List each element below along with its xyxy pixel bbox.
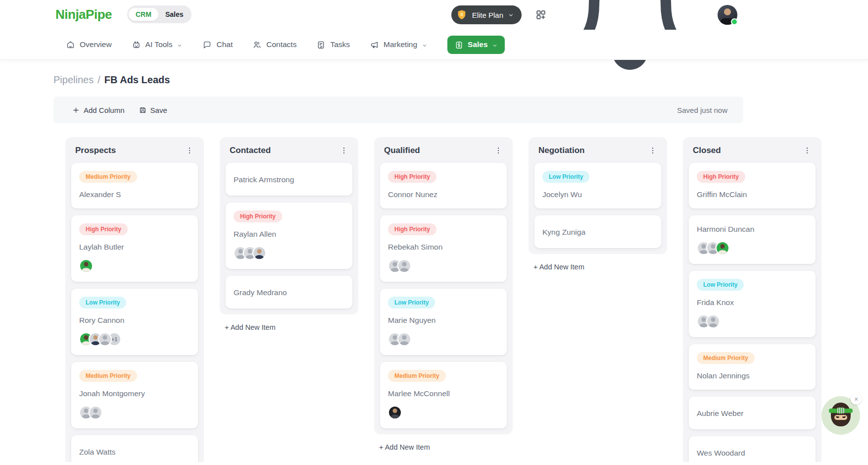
lead-name: Frida Knox [697,298,808,308]
lead-card[interactable]: Low PriorityMarie Nguyen [380,289,507,355]
lead-card[interactable]: Aubrie Weber [689,397,816,429]
header-actions: Elite Plan 491 [451,0,737,30]
add-new-item-button[interactable]: + Add New Item [533,263,667,271]
lead-card[interactable]: Harmoni Duncan [689,215,816,264]
column-title: Closed [693,146,721,155]
column-header: Closed [689,137,816,163]
lead-card[interactable]: Medium PriorityMarlee McConnell [380,362,507,428]
add-new-item-button[interactable]: + Add New Item [379,443,513,451]
pipeline-column: NegotiationLow PriorityJocelyn WuKyng Zu… [529,137,667,271]
add-column-button[interactable]: Add Column [72,106,125,114]
avatar [397,259,411,273]
avatar [252,246,266,260]
column-menu-button[interactable] [339,146,348,155]
nav-item-label: AI Tools [145,40,173,49]
app-window: NinjaPipe CRM Sales Elite Plan 491 Overv… [0,0,868,465]
column-menu-button[interactable] [494,146,503,155]
priority-badge: Medium Priority [697,352,755,364]
column-title: Qualified [384,146,420,155]
nav-item-chat[interactable]: Chat [202,40,233,50]
column-menu-button[interactable] [803,146,812,155]
apps-grid-plus-icon[interactable] [535,9,547,21]
ninja-mascot-icon [831,403,851,426]
online-status-dot [731,18,738,25]
priority-badge: High Priority [388,223,436,235]
add-column-label: Add Column [84,106,125,114]
column-header: Qualified [380,137,507,163]
priority-badge: High Priority [79,223,128,235]
avatar-group: +1 [79,332,190,346]
tasks-icon [316,40,326,50]
nav-item-sales[interactable]: Sales [447,36,505,54]
pipeline-column-box: NegotiationLow PriorityJocelyn WuKyng Zu… [529,137,667,254]
lead-card[interactable]: High PriorityRebekah Simon [380,215,507,282]
column-menu-button[interactable] [185,146,194,155]
lead-card[interactable]: Wes Woodard [689,436,816,462]
lead-name: Grady Medrano [234,288,344,298]
pipeline-column-box: ContactedPatrick ArmstrongHigh PriorityR… [220,137,358,314]
kanban-board: ProspectsMedium PriorityAlexander SHigh … [65,137,868,462]
lead-card[interactable]: Patrick Armstrong [226,163,352,196]
lead-card[interactable]: High PriorityConnor Nunez [380,163,507,208]
user-avatar[interactable] [718,5,737,25]
lead-card[interactable]: Low PriorityJocelyn Wu [534,163,661,208]
lead-name: Rebekah Simon [388,242,499,252]
lead-card[interactable]: High PriorityLaylah Butler [71,215,198,282]
nav-item-contacts[interactable]: Contacts [252,40,296,50]
lead-card[interactable]: Medium PriorityNolan Jennings [689,344,816,390]
priority-badge: High Priority [697,171,745,183]
lead-name: Kyng Zuniga [542,227,653,237]
nav-item-marketing[interactable]: Marketing [370,40,428,50]
lead-name: Nolan Jennings [697,371,808,381]
lead-name: Raylan Allen [234,229,344,239]
chat-widget: ✕ [821,396,860,435]
breadcrumb-pipelines[interactable]: Pipelines [53,74,94,86]
toggle-sales[interactable]: Sales [158,8,191,21]
lead-card[interactable]: High PriorityGriffin McClain [689,163,816,208]
add-new-item-button[interactable]: + Add New Item [225,323,358,331]
priority-badge: Low Priority [388,297,435,309]
chat-close-button[interactable]: ✕ [851,394,862,405]
lead-card[interactable]: Grady Medrano [226,276,352,309]
board-toolbar: Add Column Save Saved just now [53,97,743,123]
avatar [89,406,102,419]
plan-button[interactable]: Elite Plan [451,5,522,24]
lead-card[interactable]: Low PriorityFrida Knox [689,271,816,337]
lead-name: Harmoni Duncan [697,224,808,234]
nav-item-overview[interactable]: Overview [66,40,112,50]
lead-card[interactable]: High PriorityRaylan Allen [226,203,352,269]
toggle-crm[interactable]: CRM [129,8,158,21]
priority-badge: High Priority [234,210,282,222]
lead-card[interactable]: Zola Watts [71,435,198,462]
lead-card[interactable]: Kyng Zuniga [534,215,661,248]
main-nav: OverviewAI ToolsChatContactsTasksMarketi… [0,30,868,59]
nav-item-label: Overview [80,40,112,49]
priority-badge: Low Priority [79,297,126,309]
card-list: Low PriorityJocelyn WuKyng Zuniga [534,163,661,248]
nav-item-tasks[interactable]: Tasks [316,40,350,50]
avatar-group [388,406,499,419]
column-menu-button[interactable] [648,146,657,155]
priority-badge: Medium Priority [388,370,446,382]
column-title: Prospects [75,146,116,155]
avatar-group [79,259,190,273]
nav-item-label: Marketing [384,40,417,49]
priority-badge: High Priority [388,171,436,183]
breadcrumb-separator: / [97,74,100,86]
lead-card[interactable]: Medium PriorityJonah Montgomery [71,362,198,428]
app-logo: NinjaPipe [55,7,112,22]
lead-name: Rory Cannon [79,315,190,325]
top-header: NinjaPipe CRM Sales Elite Plan 491 [0,0,868,30]
sales-clipboard-icon [454,40,464,50]
lead-card[interactable]: Medium PriorityAlexander S [71,163,198,208]
robot-icon [132,40,141,50]
shield-flame-icon [456,9,468,21]
lead-name: Jonah Montgomery [79,389,190,399]
nav-item-ai-tools[interactable]: AI Tools [132,40,183,50]
lead-name: Wes Woodard [697,448,808,458]
lead-card[interactable]: Low PriorityRory Cannon+1 [71,289,198,355]
megaphone-icon [370,40,379,50]
save-button[interactable]: Save [139,106,167,114]
nav-item-label: Contacts [266,40,296,49]
crm-sales-toggle: CRM Sales [127,5,192,23]
